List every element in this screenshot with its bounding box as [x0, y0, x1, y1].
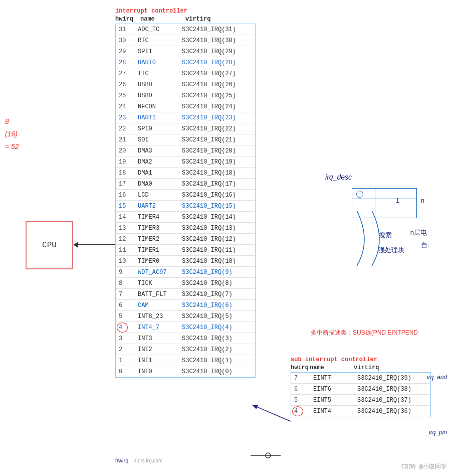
cell-name: INT1	[138, 357, 182, 364]
sub-cell-hwirq: 5	[294, 397, 313, 404]
sub-cell-hwirq: 7	[294, 375, 313, 382]
sub-cell-name: EINT6	[313, 386, 357, 393]
cell-hwirq: 28	[119, 59, 138, 66]
bottom-url: in.nrs irq.com	[132, 458, 162, 463]
cell-name: USBD	[138, 92, 182, 99]
cell-name: IIC	[138, 70, 182, 77]
cell-name: ADC_TC	[138, 26, 182, 33]
irq-desc-label-area: irq_desc	[325, 173, 352, 182]
cell-hwirq: 13	[119, 225, 138, 232]
table-row: 21 SDI S3C2410_IRQ(21)	[116, 134, 255, 145]
table-row: 13 TIMER3 S3C2410 IRQ(13)	[116, 223, 255, 234]
table-row: 28 UART0 S3C2410_IRQ(28)	[116, 57, 255, 68]
cell-virtirq: S3C2410_IRQ(24)	[182, 103, 252, 110]
cell-virtirq: S3C2410_IRQ(30)	[182, 37, 252, 44]
cell-hwirq: 3	[119, 335, 138, 342]
irq-pin-annotation: _irq_pin	[425, 429, 447, 436]
cell-hwirq: 7	[119, 291, 138, 298]
cell-name: INT8_23	[138, 313, 182, 320]
col-header-virtirq: virtirq	[185, 16, 256, 23]
table-row: 2 INT2 S3C2410 IRQ(2)	[116, 344, 255, 355]
cell-virtirq: S3C2410_IRQ(22)	[182, 125, 252, 132]
cell-hwirq: 6	[119, 302, 138, 309]
cell-hwirq: 23	[119, 114, 138, 121]
cell-hwirq: 8	[119, 280, 138, 287]
cell-name: DMA2	[138, 158, 182, 166]
cell-name: BATT_FLT	[138, 291, 182, 298]
cell-hwirq: 15	[119, 203, 138, 210]
table-row: 9 WDT_AC97 S3C2410_IRQ(9)	[116, 267, 255, 278]
cell-hwirq: 22	[119, 125, 138, 132]
cell-name: UART0	[138, 59, 182, 66]
svg-point-2	[266, 453, 271, 458]
cell-name: WDT_AC97	[138, 269, 182, 276]
annotation-16: (16)	[5, 128, 19, 140]
column-headers: hwirq name virtirq	[115, 16, 256, 23]
table-row: 15 UART2 S3C2410_IRQ(15)	[116, 201, 255, 212]
cell-name: UART1	[138, 114, 182, 121]
left-annotations: 8 (16) = 52	[5, 115, 19, 153]
cell-virtirq: S3C2410 IRQ(13)	[182, 225, 252, 232]
cell-virtirq: S3C2410_IRQ(17)	[182, 181, 252, 188]
table-row: 12 TIMER2 S3C2410 IRQ(12)	[116, 234, 255, 245]
sub-interrupt-section: sub interrupt controller hwirq name virt…	[291, 356, 431, 417]
cell-virtirq: S3C2410_IRQ(25)	[182, 92, 252, 99]
sub-cell-virtirq: S3C2410_IRQ(37)	[357, 397, 427, 404]
chinese-annotation-2: n层电	[410, 228, 427, 237]
cell-name: TIMER3	[138, 225, 182, 232]
cell-virtirq: S3C2410 IRQ(14)	[182, 214, 252, 221]
sub-col-hwirq: hwirq	[291, 364, 310, 371]
cell-virtirq: S3C2410_IRQ(26)	[182, 81, 252, 88]
sub-cell-name: EINT5	[313, 397, 357, 404]
cell-hwirq: 14	[119, 214, 138, 221]
table-row: 16 LCD S3C2410_IRQ(16)	[116, 190, 255, 201]
cell-virtirq: S3C2410_IRQ(23)	[182, 114, 252, 121]
cpu-arrow	[74, 244, 115, 245]
table-row: 31 ADC_TC S3C2410_IRQ(31)	[116, 24, 255, 35]
cell-virtirq: S3C2410 IRQ(8)	[182, 280, 252, 287]
col-header-name: name	[140, 16, 185, 23]
cell-virtirq: S3C2410_IRQ(15)	[182, 203, 252, 210]
sub-col-headers: hwirq name virtirq	[291, 364, 431, 371]
chinese-annotation-1: 搜索	[379, 231, 392, 240]
table-row: 4 INT4_7 S3C2410_IRQ(4)	[116, 322, 255, 333]
table-row: 22 SPI0 S3C2410_IRQ(22)	[116, 123, 255, 134]
table-row: 26 USBH S3C2410_IRQ(26)	[116, 79, 255, 90]
cell-name: DMA0	[138, 181, 182, 188]
table-row: 5 INT8_23 S3C2410_IRQ(5)	[116, 311, 255, 322]
cell-hwirq: 29	[119, 48, 138, 55]
col-header-hwirq: hwirq	[115, 16, 140, 23]
cell-name: TICK	[138, 280, 182, 287]
table-row: 10 TIMER0 S3C2410 IRQ(10)	[116, 256, 255, 267]
cell-hwirq: 12	[119, 236, 138, 243]
sub-table-row: 5 EINT5 S3C2410_IRQ(37)	[291, 395, 430, 406]
cell-virtirq: S3C2410_IRQ(19)	[182, 158, 252, 166]
cell-virtirq: S3C2410_IRQ(6)	[182, 302, 252, 309]
irq-desc-text: irq_desc	[325, 173, 352, 181]
cell-name: DMA1	[138, 170, 182, 177]
annotation-52: = 52	[5, 140, 19, 153]
cell-name: TIMER1	[138, 247, 182, 254]
csdn-watermark: CSDN @小嵌同学	[401, 462, 447, 471]
cell-name: TIMER2	[138, 236, 182, 243]
cell-hwirq: 25	[119, 92, 138, 99]
sub-cell-virtirq: S3C2410_IRQ(39)	[357, 375, 427, 382]
cell-name: TIMER0	[138, 258, 182, 265]
cell-name: RTC	[138, 37, 182, 44]
cell-hwirq: 2	[119, 346, 138, 353]
cell-hwirq: 20	[119, 147, 138, 154]
table-row: 30 RTC S3C2410_IRQ(30)	[116, 35, 255, 46]
table-row: 7 BATT_FLT S3C2410_IRQ(7)	[116, 289, 255, 300]
cell-hwirq: 9	[119, 269, 138, 276]
cell-name: INT4_7	[138, 324, 182, 331]
cell-virtirq: S3C2410_IRQ(31)	[182, 26, 252, 33]
cell-virtirq: S3C2410 IRQ(2)	[182, 346, 252, 353]
cell-virtirq: S3C2410_IRQ(20)	[182, 147, 252, 154]
sub-col-name: name	[310, 364, 354, 371]
table-row: 6 CAM S3C2410_IRQ(6)	[116, 300, 255, 311]
cell-virtirq: S3C2410_IRQ(18)	[182, 170, 252, 177]
cell-name: DMA3	[138, 147, 182, 154]
table-row: 0 INT0 S3C2410_IRQ(0)	[116, 366, 255, 377]
cell-virtirq: S3C2410 IRQ(10)	[182, 258, 252, 265]
cell-hwirq: 30	[119, 37, 138, 44]
